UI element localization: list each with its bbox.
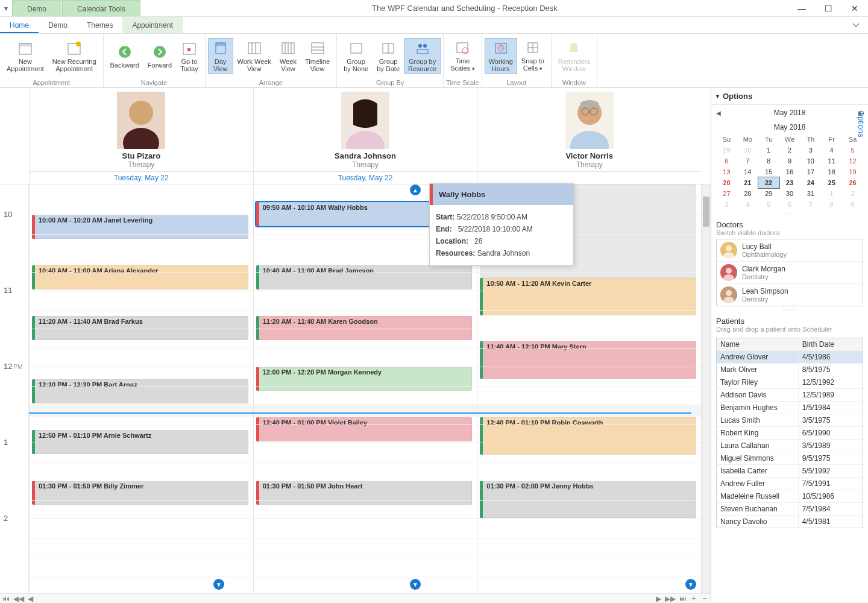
calendar-day[interactable]: 7 <box>737 156 758 166</box>
new-appointment-button[interactable]: New Appointment <box>2 38 48 74</box>
day-view-button[interactable]: Day View <box>208 38 233 74</box>
calendar-day[interactable]: 19 <box>842 166 863 177</box>
work-week-button[interactable]: Work Week View <box>233 38 275 74</box>
calendar-day[interactable]: 5 <box>758 199 779 210</box>
patient-row[interactable]: Lucas Smith3/5/1975 <box>717 414 863 427</box>
close-button[interactable]: ✕ <box>841 0 868 17</box>
calendar-day[interactable]: 29 <box>716 145 737 156</box>
nav-add-icon[interactable]: ＋ <box>690 593 697 603</box>
appointment[interactable]: 12:40 PM - 01:00 PM Violet Bailey <box>256 417 473 441</box>
calendar-day[interactable]: 6 <box>716 156 737 166</box>
patient-row[interactable]: Andrew Fuller7/5/1991 <box>717 478 863 490</box>
calendar-day[interactable]: 9 <box>779 156 800 166</box>
appointment[interactable]: 01:30 PM - 01:50 PM Billy Zimmer <box>32 481 248 505</box>
patient-row[interactable]: Mark Oliver8/5/1975 <box>717 364 863 376</box>
nav-back-icon[interactable]: ◀ <box>28 595 33 603</box>
backward-button[interactable]: Backward <box>106 42 143 71</box>
week-view-button[interactable]: Week View <box>275 38 301 74</box>
options-header[interactable]: Options <box>711 88 868 105</box>
working-hours-button[interactable]: Working Hours <box>485 38 517 74</box>
tab-themes[interactable]: Themes <box>77 17 122 33</box>
calendar-day[interactable]: 29 <box>758 188 779 199</box>
nav-fwd-icon[interactable]: ▶ <box>656 595 661 603</box>
patients-header-row[interactable]: Name Birth Date <box>717 338 863 351</box>
calendar-day[interactable]: 16 <box>779 166 800 177</box>
appointment[interactable]: 12:40 PM - 01:10 PM Robin Cosworth <box>480 417 696 455</box>
calendar-day[interactable]: 18 <box>821 166 842 177</box>
column-scroll-down-icon[interactable]: ▼ <box>213 579 224 590</box>
maximize-button[interactable]: ☐ <box>815 0 841 17</box>
calendar-day[interactable]: 15 <box>758 166 779 177</box>
column-scroll-up-icon[interactable]: ▲ <box>410 185 421 195</box>
column-scroll-down-icon[interactable]: ▼ <box>410 579 421 590</box>
calendar-day[interactable]: 31 <box>800 188 821 199</box>
calendar-day[interactable]: 30 <box>737 145 758 156</box>
ribbon-collapse-icon[interactable] <box>844 17 868 33</box>
tab-appointment[interactable]: Appointment <box>122 17 182 33</box>
calendar-day[interactable]: 23 <box>779 177 800 188</box>
doctor-item[interactable]: Lucy BallOphthalmology <box>717 239 863 262</box>
calendar-day[interactable]: 17 <box>800 166 821 177</box>
mini-calendar[interactable]: May 2018 SuMoTuWeThFrSa29301234567891011… <box>711 121 868 210</box>
patient-row[interactable]: Robert King6/5/1990 <box>717 427 863 440</box>
group-none-button[interactable]: Group by None <box>339 38 373 74</box>
month-prev-icon[interactable]: ◀ <box>716 110 721 116</box>
calendar-day[interactable]: 10 <box>800 156 821 166</box>
column-header-1[interactable]: Sandra Johnson Therapy Tuesday, May 22 <box>253 88 477 184</box>
patient-row[interactable]: Andrew Glover4/5/1986 <box>717 351 863 364</box>
group-resource-button[interactable]: Group by Resource <box>404 38 441 74</box>
calendar-day[interactable]: 20 <box>716 177 737 188</box>
calendar-day[interactable]: 25 <box>821 177 842 188</box>
calendar-day[interactable]: 14 <box>737 166 758 177</box>
calendar-day[interactable]: 4 <box>737 199 758 210</box>
column-header-2[interactable]: Victor Norris Therapy <box>477 88 701 184</box>
calendar-day[interactable]: 2 <box>842 188 863 199</box>
calendar-day[interactable]: 11 <box>821 156 842 166</box>
appointment[interactable]: 10:40 AM - 11:00 AM Ariana Alexander <box>32 265 248 289</box>
calendar-day[interactable]: 8 <box>821 199 842 210</box>
tab-demo[interactable]: Demo <box>39 17 77 33</box>
splitter-handle[interactable]: ····· <box>711 306 868 313</box>
calendar-day[interactable]: 8 <box>758 156 779 166</box>
calendar-day[interactable]: 9 <box>842 199 863 210</box>
timeline-view-button[interactable]: Timeline View <box>301 38 334 74</box>
context-tab-demo[interactable]: Demo <box>12 0 61 16</box>
calendar-day[interactable]: 3 <box>716 199 737 210</box>
vertical-scrollbar[interactable] <box>701 185 711 593</box>
calendar-day[interactable]: 26 <box>842 177 863 188</box>
reminders-button[interactable]: Reminders Window <box>554 38 594 74</box>
time-scales-button[interactable]: Time Scales <box>446 37 479 74</box>
nav-prev-icon[interactable]: ◀◀ <box>13 595 24 603</box>
calendar-day[interactable]: 1 <box>758 145 779 156</box>
appointment[interactable]: 11:20 AM - 11:40 AM Karen Goodson <box>256 316 473 340</box>
calendar-day[interactable]: 27 <box>716 188 737 199</box>
patient-row[interactable]: Benjamin Hughes1/5/1984 <box>717 402 863 414</box>
calendar-day[interactable]: 3 <box>800 145 821 156</box>
patient-row[interactable]: Miguel Simmons9/5/1975 <box>717 452 863 465</box>
doctor-item[interactable]: Clark MorganDentistry <box>717 262 863 284</box>
splitter-handle[interactable]: ····· <box>711 210 868 216</box>
calendar-day[interactable]: 2 <box>779 145 800 156</box>
new-recurring-button[interactable]: New Recurring Appointment <box>48 38 101 74</box>
appointment[interactable]: 10:00 AM - 10:20 AM Janet Leverling <box>32 215 248 239</box>
column-header-0[interactable]: Stu Pizaro Therapy Tuesday, May 22 <box>29 88 253 184</box>
patients-col-date[interactable]: Birth Date <box>798 338 863 350</box>
calendar-day[interactable]: 22 <box>758 177 779 188</box>
calendar-day[interactable]: 6 <box>779 199 800 210</box>
calendar-day[interactable]: 12 <box>842 156 863 166</box>
patient-row[interactable]: Addison Davis12/5/1989 <box>717 389 863 402</box>
goto-today-button[interactable]: Go to Today <box>176 38 202 74</box>
navigation-bar[interactable]: ⏮ ◀◀ ◀ ▶ ▶▶ ⏭ ＋ － <box>0 593 711 603</box>
patient-row[interactable]: Laura Callahan3/5/1989 <box>717 440 863 452</box>
appointment[interactable]: 12:10 PM - 12:30 PM Bart Arnaz <box>32 379 248 403</box>
tab-home[interactable]: Home <box>0 17 39 33</box>
calendar-day[interactable]: 24 <box>800 177 821 188</box>
group-date-button[interactable]: Group by Date <box>373 38 404 74</box>
qat-dropdown-icon[interactable]: ▾ <box>0 4 12 13</box>
minimize-button[interactable]: — <box>788 0 815 17</box>
appointment[interactable]: 11:40 AM - 12:10 PM Mary Stern <box>480 341 696 379</box>
nav-first-icon[interactable]: ⏮ <box>2 595 10 603</box>
patient-row[interactable]: Taylor Riley12/5/1992 <box>717 376 863 389</box>
snap-cells-button[interactable]: Snap to Cells <box>517 37 549 74</box>
nav-last-icon[interactable]: ⏭ <box>679 595 687 603</box>
